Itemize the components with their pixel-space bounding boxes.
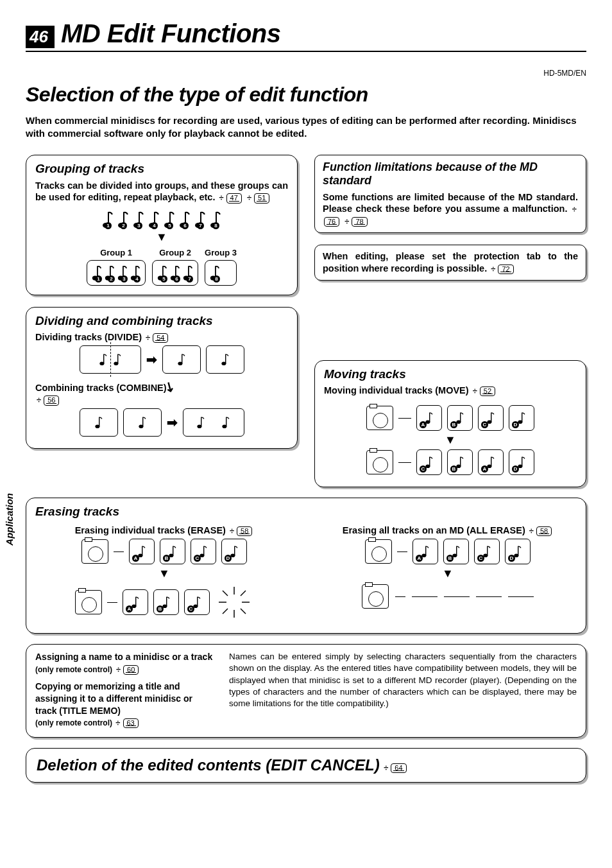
- page-ref: 58: [237, 526, 252, 536]
- deletion-title: Deletion of the edited contents (EDIT CA…: [37, 756, 380, 774]
- page-ref: 56: [44, 395, 59, 405]
- page-ref: 76: [324, 217, 339, 227]
- page-ref: 58: [536, 526, 552, 536]
- assign-name-label: Assigning a name to a minidisc or a trac…: [35, 651, 215, 675]
- divcomb-title: Dividing and combining tracks: [35, 314, 288, 328]
- page-ref: 64: [391, 763, 406, 773]
- grouping-title: Grouping of tracks: [35, 162, 288, 176]
- minidisc-icon: [366, 450, 393, 474]
- page-ref: 72: [498, 265, 513, 274]
- divide-diagram: ➡: [35, 345, 288, 374]
- protection-text: When editing, please set the protection …: [323, 250, 578, 275]
- side-tab-application: Application: [3, 488, 16, 551]
- grouping-text: Tracks can be divided into groups, and t…: [35, 180, 288, 204]
- grouping-diagram: 1 2 3 4 5 6 7 8 ▼ Group 1: [35, 207, 288, 286]
- page-ref: 51: [254, 193, 269, 203]
- right-arrow-icon: ➡: [146, 352, 157, 367]
- group-label: Group 2: [152, 248, 198, 257]
- panel-limitations: Function limitations because of the MD s…: [314, 155, 586, 234]
- minidisc-icon: [75, 590, 102, 614]
- page-ref: 63: [123, 718, 139, 728]
- panel-divide-combine: Dividing and combining tracks Dividing t…: [26, 307, 298, 448]
- down-arrow-icon: ▼: [35, 567, 293, 580]
- group-label: Group 3: [205, 248, 237, 257]
- panel-grouping: Grouping of tracks Tracks can be divided…: [26, 155, 298, 296]
- page-ref: 78: [352, 217, 367, 227]
- page-ref: 54: [153, 333, 168, 343]
- right-arrow-icon: ➡: [167, 415, 178, 430]
- diag-arrow-icon: ↘: [161, 378, 178, 396]
- move-before-diagram: A B C D: [324, 405, 577, 431]
- panel-moving: Moving tracks Moving individual tracks (…: [314, 360, 586, 487]
- allerase-after-diagram: [319, 584, 577, 609]
- allerase-before-diagram: A B C D: [319, 539, 577, 564]
- model-code: HD-5MD/EN: [26, 69, 586, 78]
- limitations-text: Some functions are limited because of th…: [323, 191, 578, 228]
- erasing-title: Erasing tracks: [35, 505, 577, 519]
- combine-diagram: ➡: [35, 408, 288, 437]
- erase-before-diagram: A B C D: [35, 539, 293, 564]
- erase-all-label: Erasing all tracks on an MD (ALL ERASE) …: [319, 525, 577, 536]
- copy-title-label: Copying or memorizing a title and assign…: [35, 681, 215, 717]
- minidisc-icon: [365, 539, 392, 564]
- page-ref: 52: [480, 386, 495, 396]
- down-arrow-icon: ▼: [319, 567, 577, 580]
- minidisc-icon: [81, 539, 108, 564]
- moving-title: Moving tracks: [324, 367, 577, 381]
- minidisc-icon: [362, 584, 389, 609]
- panel-deletion: Deletion of the edited contents (EDIT CA…: [26, 748, 586, 783]
- panel-naming: Assigning a name to a minidisc or a trac…: [26, 644, 586, 738]
- page-ref: 60: [123, 665, 139, 675]
- burst-icon: [215, 583, 253, 621]
- panel-protection: When editing, please set the protection …: [314, 245, 586, 281]
- page-number: 46: [26, 26, 55, 48]
- section-title: Selection of the type of edit function: [26, 83, 586, 107]
- chapter-title: MD Edit Functions: [61, 19, 281, 48]
- move-after-diagram: C B A D: [324, 449, 577, 475]
- copy-title-note: (only remote control) ÷63: [35, 717, 215, 729]
- moving-label: Moving individual tracks (MOVE) ÷52: [324, 385, 577, 396]
- panel-erasing: Erasing tracks Erasing individual tracks…: [26, 498, 586, 634]
- combine-label: Combining tracks (COMBINE) ↘ ÷56: [35, 379, 288, 405]
- down-arrow-icon: ▼: [35, 230, 288, 244]
- erase-after-diagram: A B C: [35, 583, 293, 621]
- erase-indiv-label: Erasing individual tracks (ERASE) ÷58: [35, 525, 293, 536]
- page-ref: 47: [226, 193, 242, 203]
- group-label: Group 1: [87, 248, 146, 257]
- minidisc-icon: [366, 406, 393, 430]
- limitations-title: Function limitations because of the MD s…: [323, 161, 578, 187]
- divide-label: Dividing tracks (DIVIDE) ÷54: [35, 332, 288, 343]
- intro-text: When commercial minidiscs for recording …: [26, 114, 586, 141]
- down-arrow-icon: ▼: [324, 433, 577, 447]
- page-header: 46 MD Edit Functions: [26, 19, 586, 52]
- naming-explanation: Names can be entered simply by selecting…: [229, 651, 577, 709]
